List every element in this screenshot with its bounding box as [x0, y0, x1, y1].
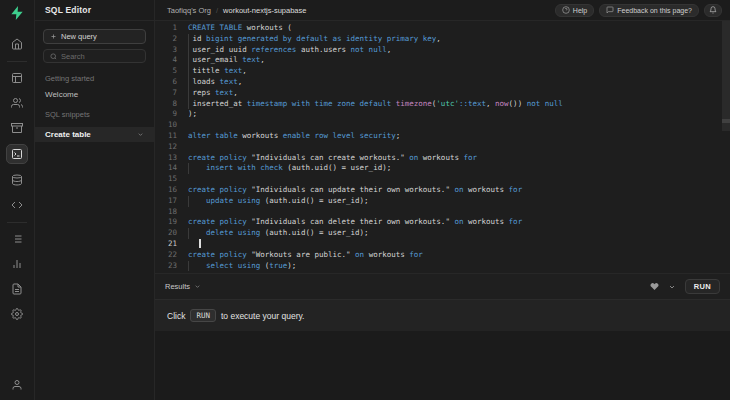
code-line[interactable]: 3 user_id uuid references auth.users not…	[155, 45, 730, 56]
line-number: 8	[155, 99, 188, 110]
sql-code-editor[interactable]: 1CREATE TABLE workouts (2 id bigint gene…	[155, 21, 730, 273]
run-kbd: RUN	[190, 309, 216, 322]
docs-icon[interactable]	[7, 280, 27, 298]
code-line[interactable]: 12	[155, 142, 730, 153]
scrollbar-mark	[722, 119, 730, 123]
hint-post: to execute your query.	[221, 311, 304, 321]
line-number: 15	[155, 174, 188, 185]
text-cursor	[199, 239, 201, 248]
search-input[interactable]	[61, 52, 139, 61]
line-number: 20	[155, 228, 188, 239]
notifications-bell-icon	[709, 6, 717, 14]
notifications-button[interactable]	[704, 4, 722, 17]
code-line[interactable]: 4 user_email text,	[155, 55, 730, 66]
chevron-down-icon	[668, 283, 676, 291]
api-code-icon[interactable]	[7, 196, 27, 214]
help-label: Help	[573, 7, 587, 14]
line-number: 9	[155, 109, 188, 120]
line-number: 10	[155, 120, 188, 131]
logs-icon[interactable]	[7, 230, 27, 248]
page-title: SQL Editor	[35, 0, 154, 21]
line-number: 21	[155, 239, 188, 250]
storage-icon[interactable]	[7, 119, 27, 137]
code-line[interactable]: 6 loads text,	[155, 77, 730, 88]
line-number: 1	[155, 23, 188, 34]
help-button[interactable]: Help	[555, 4, 594, 17]
search-box[interactable]	[43, 49, 146, 63]
line-number: 7	[155, 88, 188, 99]
code-line[interactable]: 15	[155, 174, 730, 185]
code-line[interactable]: 5 tittle text,	[155, 66, 730, 77]
code-lines: 1CREATE TABLE workouts (2 id bigint gene…	[155, 23, 730, 271]
code-line[interactable]: 20 delete using (auth.uid() = user_id);	[155, 228, 730, 239]
breadcrumb-project[interactable]: workout-nextjs-supabase	[223, 6, 306, 15]
run-button[interactable]: RUN	[685, 279, 720, 294]
section-getting-started: Getting started	[45, 74, 144, 83]
home-icon[interactable]	[7, 35, 27, 53]
hint-pre: Click	[167, 311, 185, 321]
favorite-heart-icon	[650, 282, 659, 291]
breadcrumb-org[interactable]: Taofiqq's Org	[167, 6, 211, 15]
code-line[interactable]: 9);	[155, 109, 730, 120]
line-number: 16	[155, 185, 188, 196]
code-line[interactable]: 23 select using (true);	[155, 261, 730, 272]
code-line[interactable]: 18	[155, 207, 730, 218]
sql-editor-sidebar: SQL Editor New query Getting started Wel…	[35, 0, 155, 400]
breadcrumb-separator: /	[216, 6, 218, 15]
code-line[interactable]: 13create policy "Individuals can create …	[155, 153, 730, 164]
chevron-down-icon	[137, 131, 144, 138]
sql-editor-icon[interactable]	[6, 144, 28, 164]
icon-rail	[0, 0, 35, 400]
code-line[interactable]: 7 reps text,	[155, 88, 730, 99]
plus-icon	[50, 33, 57, 40]
line-number: 19	[155, 217, 188, 228]
results-dropdown[interactable]: Results	[165, 282, 201, 291]
line-number: 12	[155, 142, 188, 153]
line-number: 4	[155, 55, 188, 66]
snippet-label: Create table	[45, 130, 91, 139]
sidebar-item-welcome[interactable]: Welcome	[45, 90, 144, 99]
code-line[interactable]: 16create policy "Individuals can update …	[155, 185, 730, 196]
rail-divider	[7, 222, 27, 223]
code-line[interactable]: 19create policy "Individuals can delete …	[155, 217, 730, 228]
supabase-logo[interactable]	[8, 4, 26, 22]
code-line[interactable]: 10	[155, 120, 730, 131]
settings-icon[interactable]	[7, 305, 27, 323]
rail-divider	[7, 61, 27, 62]
line-number: 18	[155, 207, 188, 218]
favorite-button[interactable]	[650, 282, 659, 291]
app-window: SQL Editor New query Getting started Wel…	[0, 0, 730, 400]
chevron-down-icon	[194, 283, 201, 290]
account-icon[interactable]	[7, 376, 27, 394]
code-line[interactable]: 14 insert with check (auth.uid() = user_…	[155, 163, 730, 174]
feedback-icon	[606, 6, 614, 14]
editor-scrollbar[interactable]	[722, 21, 730, 131]
feedback-label: Feedback on this page?	[617, 7, 692, 14]
code-line[interactable]: 11alter table workouts enable row level …	[155, 131, 730, 142]
code-line[interactable]: 2 id bigint generated by default as iden…	[155, 34, 730, 45]
reports-icon[interactable]	[7, 255, 27, 273]
code-line[interactable]: 17 update using (auth.uid() = user_id);	[155, 196, 730, 207]
code-line[interactable]: 8 inserted_at timestamp with time zone d…	[155, 99, 730, 110]
top-bar: Taofiqq's Org / workout-nextjs-supabase …	[155, 0, 730, 21]
code-line[interactable]: 21	[155, 239, 730, 250]
line-number: 23	[155, 261, 188, 272]
table-editor-icon[interactable]	[7, 69, 27, 87]
results-empty-panel	[155, 331, 730, 400]
line-number: 6	[155, 77, 188, 88]
code-line[interactable]: 1CREATE TABLE workouts (	[155, 23, 730, 34]
line-number: 17	[155, 196, 188, 207]
run-options-button[interactable]	[668, 283, 676, 291]
feedback-button[interactable]: Feedback on this page?	[599, 4, 699, 17]
database-icon[interactable]	[7, 171, 27, 189]
line-number: 14	[155, 163, 188, 174]
new-query-label: New query	[61, 32, 97, 41]
new-query-button[interactable]: New query	[43, 29, 146, 44]
sidebar-item-create-table[interactable]: Create table	[35, 127, 154, 142]
code-line[interactable]: 22create policy "Workouts are public." o…	[155, 250, 730, 261]
line-number: 11	[155, 131, 188, 142]
results-label: Results	[165, 282, 190, 291]
auth-users-icon[interactable]	[7, 94, 27, 112]
section-sql-snippets: SQL snippets	[45, 110, 144, 119]
line-number: 13	[155, 153, 188, 164]
